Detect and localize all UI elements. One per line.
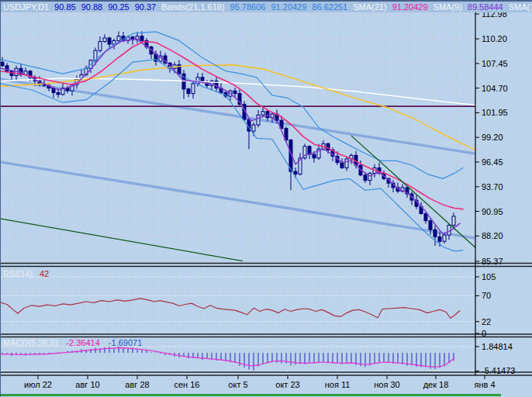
bands-label: Bands(21,1.618) [161,2,224,12]
svg-text:104.70: 104.70 [482,84,508,93]
rsi-indicator-name: RSI(14) [3,269,33,278]
svg-text:0: 0 [482,329,486,338]
symbol-period-label: USDJPY,D1 [3,2,49,12]
rsi-pane-label: RSI(14) 42 [3,269,49,278]
macd-signal-value: -1.69071 [109,338,142,347]
bands-lower-value: 86.62251 [312,2,347,12]
ohlc-low: 90.25 [108,2,130,12]
svg-text:99.20: 99.20 [482,133,503,142]
svg-text:107.45: 107.45 [482,59,508,68]
svg-text:85.37: 85.37 [482,257,503,266]
window-edge [1,394,501,396]
svg-text:окт 5: окт 5 [228,380,247,389]
svg-text:105: 105 [482,272,496,281]
svg-text:88.20: 88.20 [482,231,503,240]
sma100-label: SMA(100) [509,2,532,12]
svg-text:90.95: 90.95 [482,207,503,216]
pane-separators [1,264,532,376]
svg-text:янв 4: янв 4 [474,380,495,389]
svg-text:ноя 30: ноя 30 [374,380,399,389]
svg-text:93.70: 93.70 [482,182,503,192]
ohlc-close: 90.37 [135,2,157,12]
svg-text:авг 28: авг 28 [125,380,149,389]
rsi-current-value: 42 [40,269,49,278]
svg-text:ноя 11: ноя 11 [325,380,351,389]
price-scale[interactable]: 112.98110.20107.45104.70101.9599.2096.45… [475,9,515,375]
svg-text:окт 23: окт 23 [275,380,299,389]
ohlc-open: 90.85 [54,2,76,12]
svg-text:22: 22 [482,317,491,326]
svg-text:101.95: 101.95 [482,108,508,117]
sma21-value: 91.20429 [392,2,428,12]
macd-series [1,347,454,371]
svg-text:-5.41473: -5.41473 [482,366,515,375]
macd-main-value: -2.36414 [66,338,99,347]
rsi-series [1,299,460,319]
svg-text:96.45: 96.45 [482,157,503,167]
svg-text:70: 70 [482,291,491,300]
macd-pane-label: MACD(5,26,5) -2.36414 -1.69071 [3,338,142,347]
sma9-label: SMA(9) [434,2,462,12]
svg-text:сен 16: сен 16 [174,380,200,389]
chart-window: 112.98110.20107.45104.70101.9599.2096.45… [0,0,532,397]
bands-middle-value: 91.20429 [271,2,306,12]
svg-text:июл 22: июл 22 [24,380,52,389]
chart-header: USDJPY,D1 90.85 90.88 90.25 90.37 Bands(… [1,2,532,12]
time-scale[interactable]: июл 22авг 10авг 28сен 16окт 5окт 23ноя 1… [24,375,495,389]
green-trendlines [1,136,475,261]
svg-text:1.84814: 1.84814 [482,342,513,351]
bands-upper-value: 95.78606 [230,2,266,12]
svg-text:110.20: 110.20 [482,34,507,43]
svg-text:дек 18: дек 18 [423,380,449,389]
sma21-label: SMA(21) [353,2,386,12]
ohlc-high: 90.88 [81,2,103,12]
sma9-value: 89.58444 [468,2,503,12]
macd-indicator-name: MACD(5,26,5) [3,338,57,347]
svg-text:авг 10: авг 10 [75,380,99,389]
